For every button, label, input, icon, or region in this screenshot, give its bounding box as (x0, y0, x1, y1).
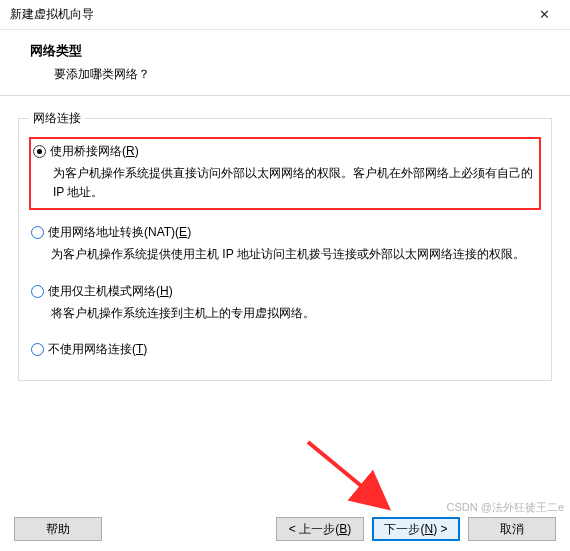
option-nat-label: 使用网络地址转换(NAT)(E) (48, 224, 191, 241)
group-legend: 网络连接 (29, 110, 85, 127)
option-nat-desc: 为客户机操作系统提供使用主机 IP 地址访问主机拨号连接或外部以太网网络连接的权… (31, 245, 537, 264)
back-button[interactable]: < 上一步(B) (276, 517, 364, 541)
page-subtitle: 要添加哪类网络？ (30, 66, 560, 83)
next-button[interactable]: 下一步(N) > (372, 517, 460, 541)
annotation-arrow (300, 434, 410, 524)
option-hostonly-label: 使用仅主机模式网络(H) (48, 283, 173, 300)
option-none[interactable]: 不使用网络连接(T) (29, 337, 541, 362)
radio-none[interactable] (31, 343, 44, 356)
option-none-label: 不使用网络连接(T) (48, 341, 147, 358)
option-bridged[interactable]: 使用桥接网络(R) 为客户机操作系统提供直接访问外部以太网网络的权限。客户机在外… (29, 137, 541, 210)
option-nat[interactable]: 使用网络地址转换(NAT)(E) 为客户机操作系统提供使用主机 IP 地址访问主… (29, 220, 541, 268)
help-button[interactable]: 帮助 (14, 517, 102, 541)
cancel-button[interactable]: 取消 (468, 517, 556, 541)
radio-bridged[interactable] (33, 145, 46, 158)
watermark: CSDN @法外狂徒王二e (446, 500, 564, 515)
wizard-header: 网络类型 要添加哪类网络？ (0, 30, 570, 96)
content-area: 网络连接 使用桥接网络(R) 为客户机操作系统提供直接访问外部以太网网络的权限。… (0, 96, 570, 391)
radio-hostonly[interactable] (31, 285, 44, 298)
titlebar: 新建虚拟机向导 ✕ (0, 0, 570, 30)
close-icon: ✕ (539, 7, 550, 22)
option-bridged-desc: 为客户机操作系统提供直接访问外部以太网网络的权限。客户机在外部网络上必须有自己的… (33, 164, 535, 202)
option-bridged-label: 使用桥接网络(R) (50, 143, 139, 160)
option-hostonly[interactable]: 使用仅主机模式网络(H) 将客户机操作系统连接到主机上的专用虚拟网络。 (29, 279, 541, 327)
radio-nat[interactable] (31, 226, 44, 239)
wizard-footer: 帮助 < 上一步(B) 下一步(N) > 取消 (0, 517, 570, 541)
window-title: 新建虚拟机向导 (10, 6, 524, 23)
option-hostonly-desc: 将客户机操作系统连接到主机上的专用虚拟网络。 (31, 304, 537, 323)
close-button[interactable]: ✕ (524, 1, 564, 29)
page-title: 网络类型 (30, 42, 560, 60)
network-group: 网络连接 使用桥接网络(R) 为客户机操作系统提供直接访问外部以太网网络的权限。… (18, 110, 552, 381)
svg-line-0 (308, 442, 388, 508)
